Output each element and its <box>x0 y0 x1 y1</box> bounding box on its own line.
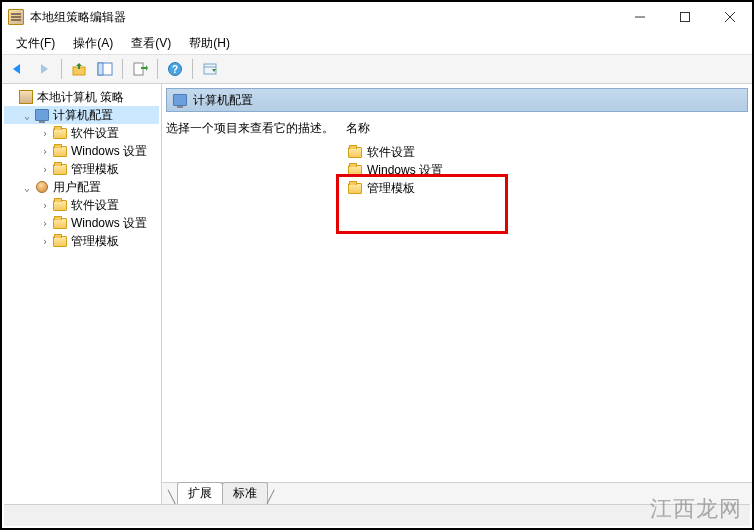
detail-header: 计算机配置 <box>166 88 748 112</box>
tree-windows-settings[interactable]: › Windows 设置 <box>4 142 159 160</box>
detail-panel: 计算机配置 选择一个项目来查看它的描述。 名称 软件设置 Windows 设置 … <box>162 84 752 504</box>
tree-admin-label: 管理模板 <box>71 161 119 178</box>
up-button[interactable] <box>67 57 91 81</box>
export-button[interactable] <box>128 57 152 81</box>
description-pane: 选择一个项目来查看它的描述。 <box>166 120 346 478</box>
folder-icon <box>348 183 362 194</box>
menubar: 文件(F) 操作(A) 查看(V) 帮助(H) <box>2 32 752 54</box>
toolbar: ? <box>2 54 752 84</box>
toolbar-separator <box>157 59 158 79</box>
tree-pane-icon <box>97 61 113 77</box>
tab-extended[interactable]: 扩展 <box>177 482 223 504</box>
detail-body: 选择一个项目来查看它的描述。 名称 软件设置 Windows 设置 管理模板 <box>162 112 752 482</box>
column-header-name[interactable]: 名称 <box>346 120 748 137</box>
tree-collapse-icon[interactable]: ⌄ <box>20 110 34 121</box>
forward-arrow-icon <box>36 62 52 76</box>
tree-windows-label: Windows 设置 <box>71 143 147 160</box>
folder-icon <box>52 162 68 176</box>
menu-file[interactable]: 文件(F) <box>8 33 63 54</box>
tree-user-software-settings[interactable]: › 软件设置 <box>4 196 159 214</box>
tree-user-software-label: 软件设置 <box>71 197 119 214</box>
forward-button[interactable] <box>32 57 56 81</box>
help-icon: ? <box>167 61 183 77</box>
close-button[interactable] <box>707 2 752 32</box>
tree-user-config-label: 用户配置 <box>53 179 101 196</box>
show-hide-tree-button[interactable] <box>93 57 117 81</box>
app-icon <box>8 9 24 25</box>
tree-expand-icon[interactable]: › <box>38 200 52 211</box>
description-text: 选择一个项目来查看它的描述。 <box>166 120 338 137</box>
tree-root[interactable]: 本地计算机 策略 <box>4 88 159 106</box>
tree-root-label: 本地计算机 策略 <box>37 89 124 106</box>
tree-expand-icon[interactable]: › <box>38 128 52 139</box>
list-item-label: Windows 设置 <box>367 162 443 179</box>
tree-user-windows-settings[interactable]: › Windows 设置 <box>4 214 159 232</box>
list-item-software[interactable]: 软件设置 <box>346 143 748 161</box>
minimize-icon <box>635 12 645 22</box>
tree-software-settings[interactable]: › 软件设置 <box>4 124 159 142</box>
tree-admin-templates[interactable]: › 管理模板 <box>4 160 159 178</box>
filter-button[interactable] <box>198 57 222 81</box>
back-button[interactable] <box>6 57 30 81</box>
folder-icon <box>52 126 68 140</box>
user-icon <box>34 180 50 194</box>
policy-icon <box>18 90 34 104</box>
tree-software-label: 软件设置 <box>71 125 119 142</box>
folder-icon <box>52 198 68 212</box>
list-item-admin[interactable]: 管理模板 <box>346 179 748 197</box>
tab-decoration: ╲ <box>168 490 177 504</box>
close-icon <box>725 12 735 22</box>
folder-up-icon <box>71 61 87 77</box>
folder-icon <box>52 144 68 158</box>
window-controls <box>617 2 752 32</box>
titlebar: 本地组策略编辑器 <box>2 2 752 32</box>
svg-rect-6 <box>98 63 103 75</box>
filter-icon <box>202 61 218 77</box>
tree-user-admin-label: 管理模板 <box>71 233 119 250</box>
maximize-button[interactable] <box>662 2 707 32</box>
help-button[interactable]: ? <box>163 57 187 81</box>
minimize-button[interactable] <box>617 2 662 32</box>
computer-icon <box>173 94 187 106</box>
list-item-windows[interactable]: Windows 设置 <box>346 161 748 179</box>
svg-rect-1 <box>680 13 689 22</box>
tabs-row: ╲ 扩展 标准 ╱ <box>162 482 752 504</box>
export-icon <box>132 61 148 77</box>
detail-header-title: 计算机配置 <box>193 92 253 109</box>
folder-icon <box>52 216 68 230</box>
tree-panel[interactable]: 本地计算机 策略 ⌄ 计算机配置 › 软件设置 › Windows 设置 › 管… <box>2 84 162 504</box>
tree-expand-icon[interactable]: › <box>38 164 52 175</box>
menu-view[interactable]: 查看(V) <box>123 33 179 54</box>
svg-text:?: ? <box>172 64 178 75</box>
back-arrow-icon <box>10 62 26 76</box>
menu-help[interactable]: 帮助(H) <box>181 33 238 54</box>
tree-computer-config-label: 计算机配置 <box>53 107 113 124</box>
list-item-label: 管理模板 <box>367 180 415 197</box>
tree-collapse-icon[interactable]: ⌄ <box>20 182 34 193</box>
tree-user-config[interactable]: ⌄ 用户配置 <box>4 178 159 196</box>
menu-action[interactable]: 操作(A) <box>65 33 121 54</box>
folder-icon <box>348 147 362 158</box>
statusbar <box>4 504 750 526</box>
computer-icon <box>34 108 50 122</box>
tree-user-admin-templates[interactable]: › 管理模板 <box>4 232 159 250</box>
folder-icon <box>348 165 362 176</box>
tree-computer-config[interactable]: ⌄ 计算机配置 <box>4 106 159 124</box>
tree-expand-icon[interactable]: › <box>38 236 52 247</box>
tree-user-windows-label: Windows 设置 <box>71 215 147 232</box>
list-item-label: 软件设置 <box>367 144 415 161</box>
tree-expand-icon[interactable]: › <box>38 146 52 157</box>
content-area: 本地计算机 策略 ⌄ 计算机配置 › 软件设置 › Windows 设置 › 管… <box>2 84 752 504</box>
tree-expand-icon[interactable]: › <box>38 218 52 229</box>
maximize-icon <box>680 12 690 22</box>
tab-standard[interactable]: 标准 <box>222 482 268 504</box>
toolbar-separator <box>122 59 123 79</box>
tab-decoration: ╱ <box>267 490 276 504</box>
window-title: 本地组策略编辑器 <box>30 9 617 26</box>
toolbar-separator <box>192 59 193 79</box>
folder-icon <box>52 234 68 248</box>
list-pane: 名称 软件设置 Windows 设置 管理模板 <box>346 120 748 478</box>
toolbar-separator <box>61 59 62 79</box>
